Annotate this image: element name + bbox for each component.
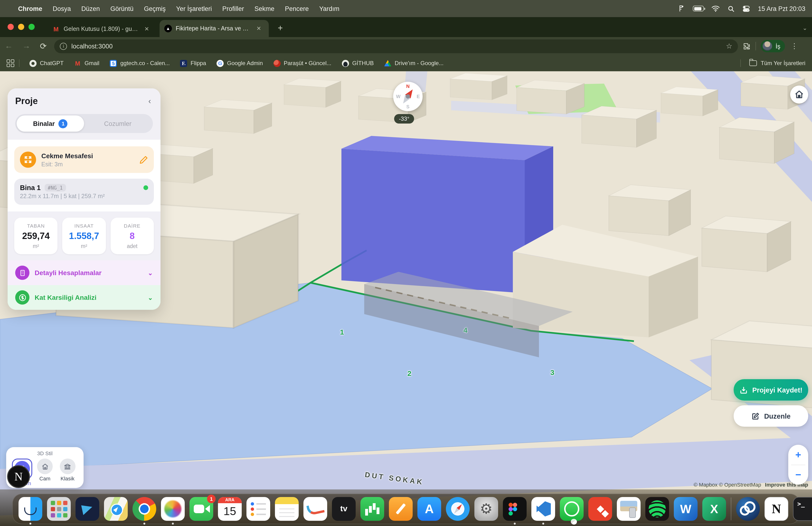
notion-dock-icon[interactable] <box>765 497 788 521</box>
appletv-dock-icon[interactable] <box>332 497 356 521</box>
apps-grid-icon[interactable] <box>6 59 14 67</box>
bookmark-label: Flippa <box>191 60 206 67</box>
bookmark-gadmin[interactable]: GGoogle Admin <box>211 58 268 69</box>
menu-item-sekme[interactable]: Sekme <box>250 3 279 14</box>
edit-button[interactable]: Duzenle <box>734 405 808 427</box>
pages-dock-icon[interactable] <box>389 497 412 521</box>
profile-chip[interactable]: İş <box>761 40 785 52</box>
control-center-icon[interactable] <box>742 5 750 12</box>
bookmark-flippa[interactable]: F.Flippa <box>175 58 211 69</box>
close-window-button[interactable] <box>8 24 14 30</box>
bookmark-parasut[interactable]: Paraşüt • Güncel... <box>268 58 337 69</box>
nextjs-dev-badge[interactable]: N <box>7 465 30 488</box>
save-project-button[interactable]: Projeyi Kaydet! <box>734 379 808 400</box>
diamond-dock-icon[interactable] <box>588 497 612 521</box>
compass-needle-icon <box>400 87 415 105</box>
extensions-icon[interactable] <box>743 42 751 50</box>
battery-icon[interactable] <box>693 6 704 11</box>
collapse-panel-button[interactable]: ‹ <box>146 97 153 106</box>
chrome-menu-icon[interactable]: ⋮ <box>790 42 802 51</box>
section-kat-karsiligi[interactable]: Kat Karsiligi Analizi ⌄ <box>8 285 160 310</box>
bookmark-star-icon[interactable]: ☆ <box>726 42 733 51</box>
numbers-dock-icon[interactable] <box>360 497 384 521</box>
style-option-klasik[interactable]: Klasik <box>56 458 79 481</box>
menu-item-yer i̇şaretleri[interactable]: Yer İşaretleri <box>171 3 217 14</box>
appstore-dock-icon[interactable] <box>417 497 441 521</box>
site-info-icon[interactable]: i <box>60 43 67 49</box>
stat-card-taban: TABAN259,74m² <box>14 218 58 254</box>
preview-dock-icon[interactable] <box>617 497 641 521</box>
menu-item-düzen[interactable]: Düzen <box>77 3 105 14</box>
minimize-window-button[interactable] <box>18 24 24 30</box>
gadmin-favicon: G <box>217 60 224 67</box>
bookmark-cal[interactable]: 5ggtech.co - Calen... <box>105 58 175 69</box>
bookmark-drive[interactable]: Drive'ım - Google... <box>379 58 449 69</box>
reload-button[interactable]: ⟳ <box>35 41 52 51</box>
chevron-down-icon[interactable]: ⌄ <box>148 269 153 276</box>
section-detayli-hesaplamalar[interactable]: Detayli Hesaplamalar ⌄ <box>8 260 160 285</box>
tab-cozumler[interactable]: Cozumler <box>84 115 151 132</box>
back-button[interactable]: ← <box>0 41 17 51</box>
excel-dock-icon[interactable] <box>702 497 726 521</box>
zoom-out-button[interactable]: − <box>788 465 808 485</box>
all-bookmarks-label[interactable]: Tüm Yer İşaretleri <box>761 60 806 67</box>
menu-item-görüntü[interactable]: Görüntü <box>106 3 139 14</box>
spotlight-search-icon[interactable] <box>727 5 735 12</box>
safari-dock-icon[interactable] <box>446 497 470 521</box>
word-dock-icon[interactable] <box>674 497 698 521</box>
forward-button[interactable]: → <box>17 41 35 51</box>
telegram-dock-icon[interactable] <box>75 497 99 521</box>
style-option-cam[interactable]: Cam <box>33 458 56 481</box>
setback-card[interactable]: Cekme Mesafesi Esit: 3m <box>14 146 154 173</box>
tab-gmail[interactable]: M Gelen Kutusu (1.809) - gurha ✕ <box>47 21 157 37</box>
menu-item-yardım[interactable]: Yardım <box>315 3 344 14</box>
status-widget-icon[interactable] <box>677 4 685 13</box>
menu-item-chrome[interactable]: Chrome <box>13 3 47 14</box>
setback-value: Esit: 3m <box>41 161 134 168</box>
menu-item-pencere[interactable]: Pencere <box>280 3 314 14</box>
tab-fikirtepe-active[interactable]: ▲ Fikirtepe Harita - Arsa ve Blok ✕ <box>160 20 269 37</box>
photos-dock-icon[interactable] <box>161 497 185 521</box>
compass-control[interactable]: N S W E <box>393 82 423 111</box>
zoom-in-button[interactable]: + <box>788 445 808 465</box>
launchpad-dock-icon[interactable] <box>47 497 71 521</box>
chevron-down-icon[interactable]: ⌄ <box>148 294 153 301</box>
terminal-dock-icon[interactable] <box>793 497 812 521</box>
tab-search-chevron-icon[interactable]: ⌄ <box>802 25 807 31</box>
maps-dock-icon[interactable] <box>104 497 128 521</box>
menu-item-profiller[interactable]: Profiller <box>217 3 249 14</box>
building-card[interactable]: Bina 1 #NG_1 22.2m x 11.7m | 5 kat | 259… <box>14 179 154 205</box>
new-tab-button[interactable]: + <box>278 24 283 32</box>
menu-bar-clock[interactable]: 15 Ara Pzt 20:03 <box>758 5 806 12</box>
panel-body: Cekme Mesafesi Esit: 3m Bina 1 #NG_1 22.… <box>8 140 160 211</box>
corner-marker: 1 <box>340 328 344 336</box>
facetime-dock-icon[interactable]: 1 <box>189 497 213 521</box>
bookmark-gmail[interactable]: MGmail <box>69 58 105 69</box>
calendar-dock-icon[interactable]: ARA15 <box>218 497 242 521</box>
settings-dock-icon[interactable] <box>474 497 498 521</box>
menu-item-dosya[interactable]: Dosya <box>48 3 76 14</box>
expand-arrows-icon <box>20 152 36 168</box>
figma-dock-icon[interactable] <box>503 497 527 521</box>
address-bar[interactable]: i localhost:3000 ☆ <box>54 39 738 53</box>
menu-item-geçmiş[interactable]: Geçmiş <box>139 3 171 14</box>
close-tab-icon[interactable]: ✕ <box>143 26 150 32</box>
vscode-dock-icon[interactable] <box>531 497 555 521</box>
freeform-dock-icon[interactable] <box>303 497 327 521</box>
reminders-dock-icon[interactable] <box>246 497 270 521</box>
wifi-icon[interactable] <box>711 5 720 12</box>
close-tab-icon[interactable]: ✕ <box>256 25 262 32</box>
home-button[interactable] <box>790 86 808 103</box>
tab-binalar[interactable]: Binalar 1 <box>17 115 84 132</box>
steam-dock-icon[interactable] <box>736 497 760 521</box>
edit-pencil-icon[interactable] <box>139 155 148 164</box>
bookmark-github[interactable]: GİTHUB <box>337 58 379 69</box>
chrome-dock-icon[interactable] <box>132 497 156 521</box>
bookmark-chatgpt[interactable]: ChatGPT <box>24 58 69 69</box>
spotify-dock-icon[interactable] <box>645 497 669 521</box>
whatsapp-dock-icon[interactable] <box>560 497 584 521</box>
notes-dock-icon[interactable] <box>275 497 299 521</box>
flippa-favicon: F. <box>180 60 187 67</box>
fullscreen-window-button[interactable] <box>29 24 35 30</box>
finder-dock-icon[interactable] <box>18 497 42 521</box>
